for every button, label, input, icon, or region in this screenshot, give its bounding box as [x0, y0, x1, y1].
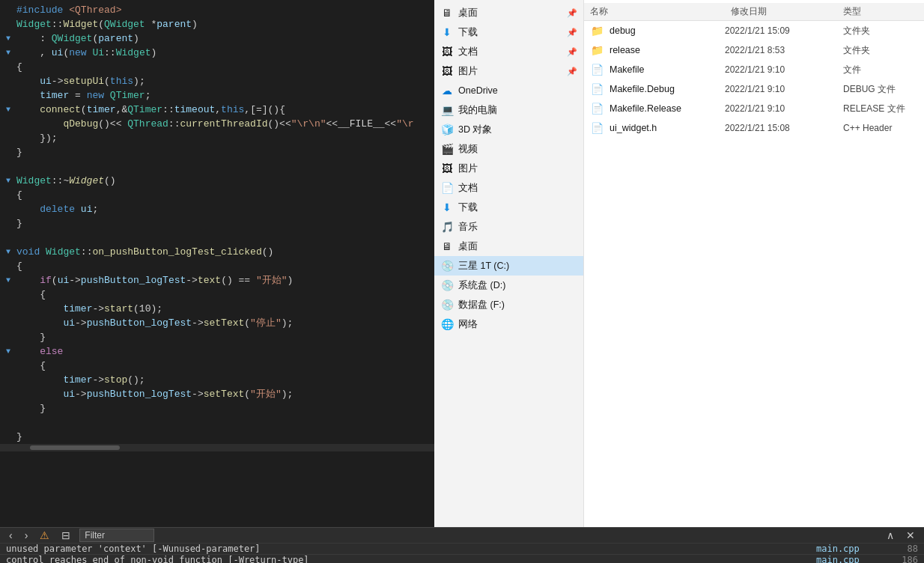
horizontal-scrollbar[interactable]: [0, 444, 434, 451]
code-line: ui->pushButton_logTest->setText("停止");: [0, 316, 434, 330]
sidebar-item-network[interactable]: 🌐 网络: [434, 314, 583, 334]
sidebar-item-docs-pin[interactable]: 🖼 文档 📌: [434, 42, 583, 61]
sidebar-item-label: 文档: [458, 46, 562, 58]
sidebar-item-pics-pin[interactable]: 🖼 图片 📌: [434, 61, 583, 81]
code-line: ui->setupUi(this);: [0, 74, 434, 88]
file-icon: 📄: [590, 63, 604, 76]
file-icon: 📄: [590, 82, 604, 96]
sidebar-item-mypc[interactable]: 💻 我的电脑: [434, 100, 583, 120]
code-panel: #include <QThread> Widget::Widget(QWidge…: [0, 0, 434, 527]
file-row-ui-widget[interactable]: 📄 ui_widget.h 2022/1/21 15:08 C++ Header: [584, 118, 924, 138]
header-file-icon: 📄: [590, 121, 604, 135]
issue-file: main.cpp: [816, 555, 876, 563]
code-line: {: [0, 259, 434, 273]
file-row-debug[interactable]: 📁 debug 2022/1/21 15:09 文件夹: [584, 21, 924, 40]
close-button[interactable]: ✕: [903, 528, 918, 543]
line-indicator: ▼: [3, 174, 13, 188]
file-type: DEBUG 文件: [843, 83, 918, 96]
sidebar-item-label: 我的电脑: [458, 104, 577, 117]
file-name: Makefile: [610, 64, 719, 75]
warning-icon-button[interactable]: ⚠: [37, 528, 52, 543]
sidebar-item-data-f[interactable]: 💿 数据盘 (F:): [434, 295, 583, 314]
issue-text: control reaches end of non-void function…: [6, 555, 804, 563]
music-icon: 🎵: [440, 220, 454, 234]
issue-row-1: unused parameter 'context' [-Wunused-par…: [0, 543, 924, 554]
file-name: release: [610, 45, 719, 55]
file-row-release[interactable]: 📁 release 2022/1/21 8:53 文件夹: [584, 40, 924, 60]
code-line: }: [0, 145, 434, 159]
code-line: }: [0, 430, 434, 444]
file-type: 文件夹: [843, 44, 918, 57]
drive-c-icon: 💿: [440, 259, 454, 273]
main-area: #include <QThread> Widget::Widget(QWidge…: [0, 0, 924, 527]
code-line: #include <QThread>: [0, 3, 434, 17]
code-line: }: [0, 330, 434, 344]
code-line: ▼ if(ui->pushButton_logTest->text() == "…: [0, 273, 434, 287]
sidebar-item-label: 桌面: [458, 7, 562, 19]
sidebar-item-desktop-pin[interactable]: 🖥 桌面 📌: [434, 3, 583, 22]
sidebar-item-label: OneDrive: [458, 85, 577, 96]
pin-icon: 📌: [567, 8, 577, 18]
sidebar-item-3d[interactable]: 🧊 3D 对象: [434, 120, 583, 139]
sidebar-item-label: 3D 对象: [458, 124, 577, 136]
file-row-makefile-release[interactable]: 📄 Makefile.Release 2022/1/21 9:10 RELEAS…: [584, 99, 924, 118]
code-line: timer->start(10);: [0, 302, 434, 316]
file-type: C++ Header: [843, 123, 918, 133]
docs-icon: 🖼: [440, 45, 454, 58]
filter-icon-button[interactable]: ⊟: [58, 528, 73, 543]
desktop2-icon: 🖥: [440, 240, 454, 253]
sidebar-item-music[interactable]: 🎵 音乐: [434, 217, 583, 237]
line-indicator: ▼: [3, 344, 13, 359]
code-line: {: [0, 60, 434, 74]
file-row-makefile-debug[interactable]: 📄 Makefile.Debug 2022/1/21 9:10 DEBUG 文件: [584, 79, 924, 99]
drive-d-icon: 💿: [440, 279, 454, 292]
code-editor[interactable]: #include <QThread> Widget::Widget(QWidge…: [0, 0, 434, 527]
sidebar-item-label: 三星 1T (C:): [458, 260, 577, 273]
nav-next-button[interactable]: ›: [22, 528, 31, 543]
sidebar-item-downloads2[interactable]: ⬇ 下载: [434, 198, 583, 217]
filter-input[interactable]: [79, 529, 154, 542]
sidebar-item-videos[interactable]: 🎬 视频: [434, 139, 583, 159]
issue-file: main.cpp: [816, 544, 876, 554]
collapse-button[interactable]: ∧: [884, 528, 897, 543]
sidebar-item-label: 系统盘 (D:): [458, 279, 577, 292]
sidebar-item-label: 网络: [458, 318, 577, 331]
3d-icon: 🧊: [440, 123, 454, 136]
file-date: 2022/1/21 15:09: [725, 25, 837, 36]
code-line: ▼ : QWidget(parent): [0, 31, 434, 46]
quick-access-panel: 🖥 桌面 📌 ⬇ 下载 📌 🖼 文档 📌 🖼 图片 📌 ☁ One: [434, 0, 584, 527]
sidebar-item-desktop2[interactable]: 🖥 桌面: [434, 237, 583, 256]
downloads2-icon: ⬇: [440, 201, 454, 214]
code-line: }: [0, 216, 434, 231]
code-line: ▼ Widget::~Widget(): [0, 174, 434, 188]
sidebar-item-onedrive[interactable]: ☁ OneDrive: [434, 81, 583, 100]
file-browser: 🖥 桌面 📌 ⬇ 下载 📌 🖼 文档 📌 🖼 图片 📌 ☁ One: [434, 0, 924, 527]
line-indicator: ▼: [3, 273, 13, 287]
code-line: ▼ connect(timer,&QTimer::timeout,this,[=…: [0, 103, 434, 117]
sidebar-item-label: 文档: [458, 182, 577, 195]
col-name: 名称: [590, 5, 731, 18]
sidebar-item-samsung-c[interactable]: 💿 三星 1T (C:): [434, 256, 583, 276]
sidebar-item-download-pin[interactable]: ⬇ 下载 📌: [434, 22, 583, 42]
code-line: ▼ else: [0, 344, 434, 359]
file-icon: 📄: [590, 102, 604, 115]
file-date: 2022/1/21 8:53: [725, 45, 837, 55]
code-line: ui->pushButton_logTest->setText("开始");: [0, 387, 434, 401]
file-name: Makefile.Release: [610, 103, 719, 114]
code-line: Widget::Widget(QWidget *parent): [0, 17, 434, 31]
code-line: delete ui;: [0, 202, 434, 216]
code-line: {: [0, 287, 434, 302]
file-row-makefile[interactable]: 📄 Makefile 2022/1/21 9:10 文件: [584, 60, 924, 79]
scrollbar-thumb[interactable]: [30, 445, 120, 450]
nav-prev-button[interactable]: ‹: [6, 528, 16, 543]
sidebar-item-docs2[interactable]: 📄 文档: [434, 178, 583, 198]
folder-icon: 📁: [590, 43, 604, 57]
line-indicator: ▼: [3, 245, 13, 259]
sidebar-item-pics2[interactable]: 🖼 图片: [434, 159, 583, 178]
sidebar-item-system-d[interactable]: 💿 系统盘 (D:): [434, 276, 583, 295]
file-name: ui_widget.h: [610, 123, 719, 133]
sidebar-item-label: 图片: [458, 162, 577, 175]
network-icon: 🌐: [440, 317, 454, 331]
code-line: timer = new QTimer;: [0, 88, 434, 103]
line-indicator: ▼: [3, 46, 13, 60]
